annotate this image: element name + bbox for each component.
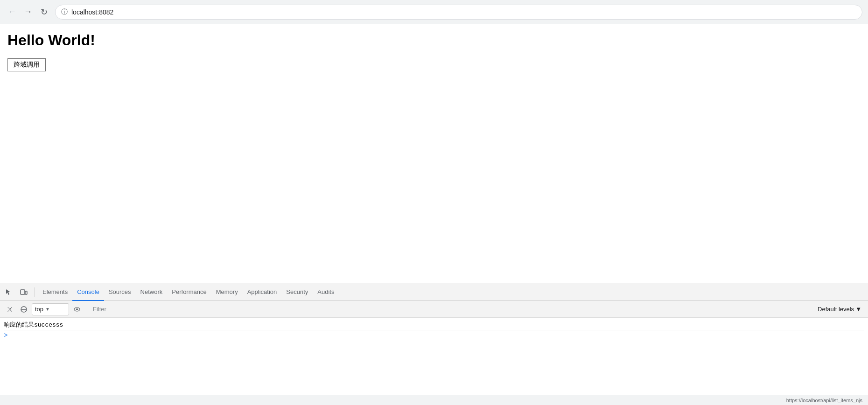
status-url: https://localhost/api/list_items_njs bbox=[786, 398, 862, 403]
tab-separator bbox=[35, 287, 35, 297]
tab-network[interactable]: Network bbox=[136, 283, 168, 301]
inspect-element-icon[interactable] bbox=[2, 285, 16, 299]
devtools-tab-bar: Elements Console Sources Network Perform… bbox=[0, 283, 868, 301]
tab-sources[interactable]: Sources bbox=[104, 283, 136, 301]
cross-domain-button[interactable]: 跨域调用 bbox=[7, 58, 46, 71]
forward-button[interactable]: → bbox=[21, 6, 35, 19]
console-prompt-line[interactable]: > bbox=[4, 330, 864, 341]
tab-application[interactable]: Application bbox=[243, 283, 282, 301]
status-bar: https://localhost/api/list_items_njs bbox=[0, 395, 868, 405]
console-toolbar: top ▼ Default levels ▼ bbox=[0, 301, 868, 318]
tab-security[interactable]: Security bbox=[281, 283, 313, 301]
back-button[interactable]: ← bbox=[6, 6, 19, 19]
clear-console-icon[interactable] bbox=[4, 303, 16, 315]
default-levels-button[interactable]: Default levels ▼ bbox=[815, 305, 864, 314]
address-bar[interactable]: ⓘ localhost:8082 bbox=[55, 5, 862, 20]
tab-console[interactable]: Console bbox=[72, 283, 104, 301]
toolbar-separator bbox=[87, 305, 87, 314]
browser-chrome: ← → ↻ ⓘ localhost:8082 bbox=[0, 0, 868, 24]
filter-input[interactable] bbox=[91, 306, 813, 313]
default-levels-text: Default levels bbox=[818, 306, 854, 313]
url-text: localhost:8082 bbox=[71, 8, 113, 16]
page-content: Hello World! 跨域调用 bbox=[0, 24, 868, 283]
tab-audits[interactable]: Audits bbox=[313, 283, 339, 301]
svg-rect-0 bbox=[21, 290, 25, 294]
svg-rect-1 bbox=[25, 291, 27, 294]
device-toolbar-icon[interactable] bbox=[17, 285, 31, 299]
console-log-line: 响应的结果successs bbox=[4, 320, 864, 330]
context-select-text: top bbox=[35, 306, 43, 313]
info-icon: ⓘ bbox=[61, 8, 68, 16]
eye-icon[interactable] bbox=[71, 303, 83, 315]
context-select-arrow-icon: ▼ bbox=[45, 307, 50, 312]
nav-buttons: ← → ↻ bbox=[6, 6, 50, 19]
svg-marker-2 bbox=[7, 307, 12, 312]
reload-button[interactable]: ↻ bbox=[37, 6, 50, 19]
devtools-panel: Elements Console Sources Network Perform… bbox=[0, 283, 868, 395]
tab-performance[interactable]: Performance bbox=[167, 283, 211, 301]
default-levels-arrow-icon: ▼ bbox=[855, 306, 861, 313]
svg-point-6 bbox=[76, 308, 78, 310]
console-output: 响应的结果successs > bbox=[0, 318, 868, 395]
tab-elements[interactable]: Elements bbox=[38, 283, 72, 301]
tab-memory[interactable]: Memory bbox=[211, 283, 243, 301]
console-log-text: 响应的结果successs bbox=[4, 321, 63, 329]
context-selector[interactable]: top ▼ bbox=[32, 303, 69, 315]
console-prompt-symbol: > bbox=[4, 332, 7, 339]
no-entry-icon[interactable] bbox=[18, 303, 30, 315]
page-title: Hello World! bbox=[7, 32, 861, 49]
